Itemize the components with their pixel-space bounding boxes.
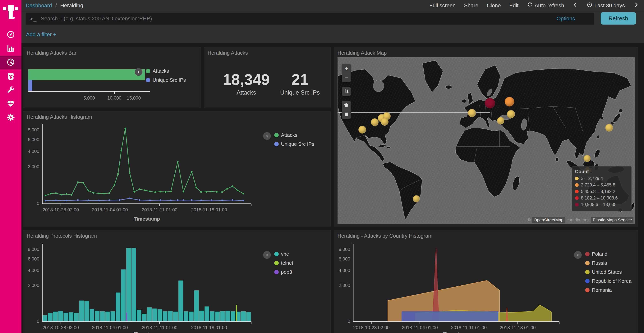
compass-icon — [6, 30, 15, 40]
legend: › PolandRussiaUnited StatesRepublic of K… — [574, 251, 632, 293]
attack-dot-turkey[interactable] — [497, 117, 504, 124]
legend-color-dot — [274, 252, 279, 256]
map-count-legend: Count 3 – 2,729.42,729.4 – 5,455.85,455.… — [572, 166, 632, 211]
attack-dot-western-europe[interactable] — [468, 109, 476, 117]
map-zoom-out-button[interactable]: − — [342, 73, 351, 82]
map-legend-item: 8,182.2 – 10,908.6 — [575, 195, 628, 201]
panel-title: Heralding Protocols Histogram — [27, 233, 97, 239]
sidebar-item-management[interactable] — [0, 111, 22, 125]
legend-item[interactable]: Romania — [585, 287, 632, 293]
legend-item-label: Russia — [592, 260, 607, 266]
attack-dot-us-east-coast[interactable] — [381, 118, 388, 126]
legend-item[interactable]: Unique Src IPs — [146, 77, 186, 83]
map-legend-item: 5,455.8 – 8,182.2 — [575, 189, 628, 194]
legend-toggle-icon[interactable]: › — [263, 251, 271, 259]
bar-unique-src-ips[interactable] — [28, 80, 32, 91]
auto-refresh-button[interactable]: Auto-refresh — [527, 2, 564, 9]
options-button[interactable]: Options — [556, 11, 575, 26]
legend-item[interactable]: Republic of Korea — [585, 278, 632, 284]
map-legend-color-dot — [575, 203, 579, 206]
heartbeat-icon — [6, 99, 15, 109]
legend-item[interactable]: telnet — [274, 260, 293, 266]
attack-dot-vietnam[interactable] — [584, 155, 590, 162]
telekom-logo[interactable] — [3, 3, 19, 20]
time-forward-button[interactable] — [633, 2, 639, 9]
attack-dot-south-korea[interactable] — [605, 124, 613, 132]
legend-item[interactable]: pop3 — [274, 269, 293, 275]
openstreetmap-link[interactable]: OpenStreetMap — [532, 217, 565, 223]
sidebar-item-monitoring[interactable] — [0, 97, 22, 111]
legend-item[interactable]: Attacks — [146, 68, 186, 74]
sidebar-item-discover[interactable] — [0, 28, 22, 42]
x-axis-tick-label: 2018-11-18 01:00 — [178, 325, 240, 330]
clone-button[interactable]: Clone — [487, 3, 501, 9]
legend-toggle-icon[interactable]: › — [263, 132, 271, 140]
add-filter-button[interactable]: Add a filter+ — [26, 32, 56, 38]
map-draw-rectangle-button[interactable] — [342, 110, 351, 119]
attack-dot-russia[interactable] — [505, 97, 514, 107]
sidebar-item-honeypot[interactable] — [0, 70, 22, 83]
query-prompt-icon: >_ — [30, 16, 37, 22]
breadcrumb-dashboard-link[interactable]: Dashboard — [26, 3, 52, 9]
attack-dot-poland[interactable] — [485, 98, 495, 108]
panel-title: Heralding Attacks Bar — [27, 50, 76, 56]
elastic-maps-service-link[interactable]: Elastic Maps Service — [591, 217, 634, 223]
time-range-picker[interactable]: Last 30 days — [587, 2, 625, 9]
legend-toggle-icon[interactable]: › — [135, 68, 142, 76]
panel-title: Heralding Attacks — [208, 50, 248, 56]
refresh-cycle-icon — [527, 2, 533, 9]
breadcrumb-separator: / — [56, 3, 57, 9]
dashboard-root: Dashboard / Heralding Full screen Share … — [0, 0, 644, 333]
attack-dot-us-central[interactable] — [371, 118, 378, 126]
map-attribution: © OpenStreetMap contributors, Elastic Ma… — [528, 217, 634, 223]
map-fit-bounds-button[interactable] — [342, 87, 351, 96]
legend-item-label: United States — [592, 269, 622, 275]
legend-item[interactable]: Attacks — [274, 132, 314, 138]
legend-item-label: Republic of Korea — [592, 278, 632, 284]
map-legend-color-dot — [575, 190, 579, 193]
x-axis-title: Timestamp — [42, 331, 251, 333]
share-button[interactable]: Share — [464, 3, 478, 9]
y-axis-tick-label: 2,000 — [23, 283, 39, 288]
map-legend-range-label: 5,455.8 – 8,182.2 — [581, 189, 615, 194]
attack-dot-brazil[interactable] — [413, 195, 420, 202]
legend: › AttacksUnique Src IPs — [263, 132, 314, 147]
panel-heralding-attack-map: Heralding Attack Map — [334, 47, 638, 227]
y-axis-tick-label: 2,000 — [334, 283, 350, 288]
panel-title: Heralding Attack Map — [338, 50, 387, 56]
sidebar-item-visualize[interactable] — [0, 42, 22, 56]
t-logo-icon — [3, 3, 19, 20]
legend-item[interactable]: Poland — [585, 251, 632, 257]
legend-item[interactable]: vnc — [274, 251, 293, 257]
legend-item[interactable]: Unique Src IPs — [274, 141, 314, 147]
x-axis-tick-label: 2018-11-18 01:00 — [487, 325, 548, 330]
map-border-artifact-line — [338, 112, 490, 113]
legend: › vnctelnetpop3 — [263, 251, 293, 275]
y-axis-tick-label: 4,000 — [23, 149, 39, 154]
bar-attacks[interactable] — [28, 69, 145, 80]
sidebar-item-dev-tools[interactable] — [0, 83, 22, 97]
y-axis-tick-label: 0 — [334, 318, 350, 324]
world-map[interactable]: + − Count — [338, 57, 634, 224]
legend-color-dot — [274, 261, 279, 265]
y-axis-tick-label: 8,000 — [23, 127, 39, 133]
time-back-button[interactable] — [572, 2, 578, 9]
attack-dot-us-southwest[interactable] — [358, 126, 366, 134]
legend-item[interactable]: United States — [585, 269, 632, 275]
panel-heralding-protocols-histogram: Heralding Protocols Histogram 02,0004,00… — [23, 230, 330, 333]
panel-title: Heralding Attacks Histogram — [27, 114, 92, 120]
edit-button[interactable]: Edit — [509, 3, 518, 9]
full-screen-button[interactable]: Full screen — [429, 3, 456, 9]
map-legend-item: 3 – 2,729.4 — [575, 176, 628, 181]
y-axis-tick-label: 6,000 — [23, 137, 39, 142]
legend-toggle-icon[interactable]: › — [574, 251, 582, 259]
y-axis-tick-label: 6,000 — [334, 256, 350, 262]
legend-item[interactable]: Russia — [585, 260, 632, 266]
refresh-button[interactable]: Refresh — [601, 12, 636, 25]
sidebar-item-dashboard[interactable] — [0, 56, 22, 70]
search-input[interactable]: >_ Search... (e.g. status:200 AND extens… — [26, 13, 594, 25]
attack-dot-eastern-europe[interactable] — [507, 110, 515, 118]
map-zoom-in-button[interactable]: + — [342, 64, 351, 73]
map-draw-polygon-button[interactable] — [342, 101, 351, 110]
protocols-histogram-chart: 02,0004,0006,0008,0002018-10-28 02:00201… — [23, 230, 330, 333]
